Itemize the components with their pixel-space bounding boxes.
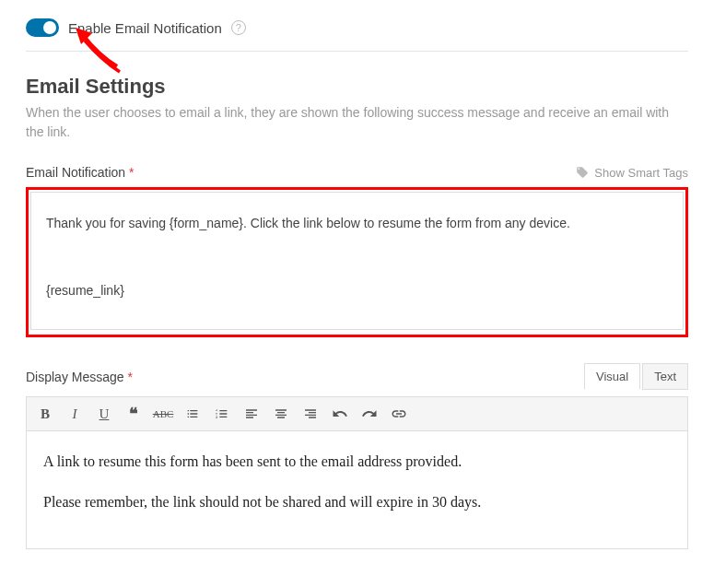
link-button[interactable] bbox=[386, 401, 412, 427]
enable-email-notification-toggle[interactable] bbox=[26, 18, 59, 37]
content-p2: Please remember, the link should not be … bbox=[43, 490, 671, 514]
align-center-button[interactable] bbox=[268, 401, 294, 427]
bold-button[interactable]: B bbox=[32, 401, 58, 427]
align-right-button[interactable] bbox=[298, 401, 323, 427]
tab-text[interactable]: Text bbox=[642, 363, 688, 390]
italic-button[interactable]: I bbox=[62, 401, 88, 427]
divider bbox=[26, 51, 688, 52]
undo-button[interactable] bbox=[327, 401, 353, 427]
display-message-editor: B I U ❝ ABC A link to resume this form h… bbox=[26, 396, 688, 549]
required-asterisk: * bbox=[129, 165, 134, 180]
strikethrough-button[interactable]: ABC bbox=[150, 401, 176, 427]
ordered-list-button[interactable] bbox=[209, 401, 235, 427]
email-notification-textarea[interactable] bbox=[30, 192, 684, 330]
help-icon[interactable]: ? bbox=[231, 20, 246, 35]
tab-visual[interactable]: Visual bbox=[584, 363, 640, 390]
display-message-content[interactable]: A link to resume this form has been sent… bbox=[27, 431, 687, 548]
redo-button[interactable] bbox=[357, 401, 382, 427]
section-title: Email Settings bbox=[26, 75, 688, 99]
content-p1: A link to resume this form has been sent… bbox=[43, 450, 671, 474]
tag-icon bbox=[576, 166, 589, 179]
display-message-label: Display Message bbox=[26, 370, 124, 384]
blockquote-button[interactable]: ❝ bbox=[121, 401, 146, 427]
section-description: When the user chooses to email a link, t… bbox=[26, 103, 688, 142]
editor-toolbar: B I U ❝ ABC bbox=[27, 397, 687, 431]
toggle-label: Enable Email Notification bbox=[68, 20, 222, 36]
unordered-list-button[interactable] bbox=[180, 401, 205, 427]
smart-tags-label: Show Smart Tags bbox=[594, 166, 688, 180]
toggle-knob bbox=[43, 21, 56, 34]
show-smart-tags-button[interactable]: Show Smart Tags bbox=[576, 166, 688, 180]
email-notification-highlight bbox=[26, 187, 688, 337]
required-asterisk: * bbox=[128, 370, 133, 384]
align-left-button[interactable] bbox=[239, 401, 264, 427]
email-notification-label: Email Notification bbox=[26, 165, 125, 180]
underline-button[interactable]: U bbox=[91, 401, 117, 427]
